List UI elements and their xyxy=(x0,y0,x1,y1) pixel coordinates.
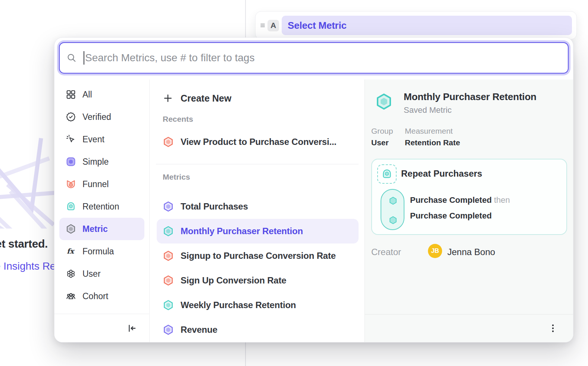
definition-step-1: Purchase Completed then xyxy=(410,195,510,205)
measurement-label: Measurement xyxy=(405,127,453,136)
select-metric-label: Select Metric xyxy=(288,20,347,31)
collapse-sidebar-button[interactable] xyxy=(125,321,140,336)
verified-badge-icon xyxy=(66,112,76,122)
plus-icon xyxy=(163,93,173,103)
creator-name: Jenna Bono xyxy=(447,247,495,257)
sidebar-item-label: All xyxy=(82,90,92,100)
category-sidebar: All Verified Event Simple Funnel xyxy=(54,80,150,342)
metric-item-label: Weekly Purchase Retention xyxy=(181,300,296,310)
detail-title: Monthly Purchaser Retention xyxy=(404,91,537,103)
sidebar-item-label: Metric xyxy=(82,224,108,234)
metric-item-label: Revenue xyxy=(181,325,218,335)
sidebar-item-formula[interactable]: Formula xyxy=(59,240,144,263)
metric-list-item-selected[interactable]: Monthly Purchaser Retention xyxy=(157,219,359,244)
metric-list-item[interactable]: Weekly Purchase Retention xyxy=(157,293,359,317)
hexagon-purple-icon xyxy=(163,201,174,212)
sidebar-item-metric[interactable]: Metric xyxy=(59,218,144,240)
formula-icon xyxy=(66,246,76,257)
sidebar-item-label: Funnel xyxy=(82,179,109,189)
metric-list-item[interactable]: Sign Up Conversion Rate xyxy=(157,268,359,293)
recents-section-label: Recents xyxy=(163,115,365,124)
metric-item-label: Total Purchases xyxy=(181,201,248,212)
retention-icon xyxy=(381,168,392,180)
sidebar-item-label: Cohort xyxy=(82,291,108,301)
sidebar-item-label: Simple xyxy=(82,157,109,167)
sidebar-item-label: Retention xyxy=(82,202,119,212)
sidebar-item-retention[interactable]: Retention xyxy=(59,195,144,218)
hexagon-teal-icon xyxy=(388,196,398,206)
select-metric-dropdown[interactable]: Select Metric xyxy=(282,16,572,35)
step-connector: then xyxy=(494,195,510,205)
definition-card-title: Repeat Purchasers xyxy=(401,168,482,179)
metric-list-item[interactable]: Revenue xyxy=(157,317,359,342)
search-icon xyxy=(66,53,77,63)
sidebar-item-label: Formula xyxy=(82,246,114,257)
background-link-fragment[interactable]: e Insights Re xyxy=(0,260,56,272)
metric-list-column: Create New Recents View Product to Purch… xyxy=(150,80,365,342)
retention-step-icon-box xyxy=(377,164,397,184)
metric-list-item[interactable]: Total Purchases xyxy=(157,194,359,219)
sidebar-item-label: User xyxy=(82,269,101,279)
sidebar-footer xyxy=(54,314,149,342)
metric-hexagon-icon xyxy=(66,224,76,234)
row-letter-badge: A xyxy=(268,20,279,31)
measurement-value: Retention Rate xyxy=(405,138,460,147)
creator-avatar: JB xyxy=(428,244,442,258)
search-bar[interactable] xyxy=(59,42,569,74)
metric-item-label: Sign Up Conversion Rate xyxy=(181,275,286,286)
hexagon-teal-icon xyxy=(388,215,398,225)
metrics-section-label: Metrics xyxy=(163,173,365,182)
detail-subtitle: Saved Metric xyxy=(404,105,451,115)
hexagon-teal-icon xyxy=(163,300,174,311)
metric-detail-panel: Monthly Purchaser Retention Saved Metric… xyxy=(365,80,573,342)
definition-step-2: Purchase Completed xyxy=(410,211,492,221)
hexagon-purple-icon xyxy=(163,324,174,335)
sidebar-item-funnel[interactable]: Funnel xyxy=(59,173,144,195)
search-input[interactable] xyxy=(85,52,561,64)
recent-item-label: View Product to Purchase Conversi... xyxy=(181,137,337,147)
sidebar-item-cohort[interactable]: Cohort xyxy=(59,285,144,307)
hexagon-coral-icon xyxy=(163,136,174,148)
kebab-menu-icon xyxy=(548,323,558,334)
group-label: Group xyxy=(371,127,393,136)
recent-item[interactable]: View Product to Purchase Conversi... xyxy=(157,130,359,154)
sidebar-item-label: Event xyxy=(82,134,104,145)
metric-item-label: Monthly Purchaser Retention xyxy=(181,226,303,236)
simple-metric-icon xyxy=(66,156,76,167)
grid-icon xyxy=(66,89,76,100)
definition-card: Repeat Purchasers Purchase Completed the… xyxy=(371,159,567,235)
metric-row-card: A Select Metric xyxy=(255,11,577,40)
sidebar-item-user[interactable]: User xyxy=(59,263,144,285)
hexagon-coral-icon xyxy=(163,275,174,286)
text-cursor xyxy=(84,51,84,65)
metric-list-item[interactable]: Signup to Purchase Conversion Rate xyxy=(157,244,359,268)
sidebar-item-simple[interactable]: Simple xyxy=(59,151,144,173)
event-sequence-capsule xyxy=(381,189,404,230)
creator-label: Creator xyxy=(371,247,401,257)
list-divider xyxy=(156,164,359,164)
create-new-label: Create New xyxy=(181,93,231,104)
drag-handle-icon[interactable] xyxy=(259,21,267,30)
cohort-icon xyxy=(66,291,76,301)
hexagon-teal-icon xyxy=(163,226,174,237)
funnel-icon xyxy=(66,179,76,189)
event-cursor-icon xyxy=(66,134,76,145)
hexagon-coral-icon xyxy=(163,250,174,261)
create-new-button[interactable]: Create New xyxy=(150,89,365,107)
sidebar-item-all[interactable]: All xyxy=(59,83,144,106)
collapse-left-icon xyxy=(127,323,137,334)
more-options-button[interactable] xyxy=(545,321,560,336)
metric-item-label: Signup to Purchase Conversion Rate xyxy=(181,251,336,261)
metric-picker-modal: All Verified Event Simple Funnel xyxy=(54,37,573,342)
background-headline-fragment: et started. xyxy=(0,238,48,250)
sidebar-item-verified[interactable]: Verified xyxy=(59,106,144,128)
step-event-name: Purchase Completed xyxy=(410,195,492,205)
detail-panel-footer xyxy=(365,314,573,342)
retention-icon xyxy=(66,201,76,212)
metric-hexagon-teal-icon xyxy=(375,93,393,111)
user-cluster-icon xyxy=(66,269,76,279)
sidebar-item-label: Verified xyxy=(82,112,111,122)
group-value: User xyxy=(371,138,389,147)
sidebar-item-event[interactable]: Event xyxy=(59,128,144,151)
